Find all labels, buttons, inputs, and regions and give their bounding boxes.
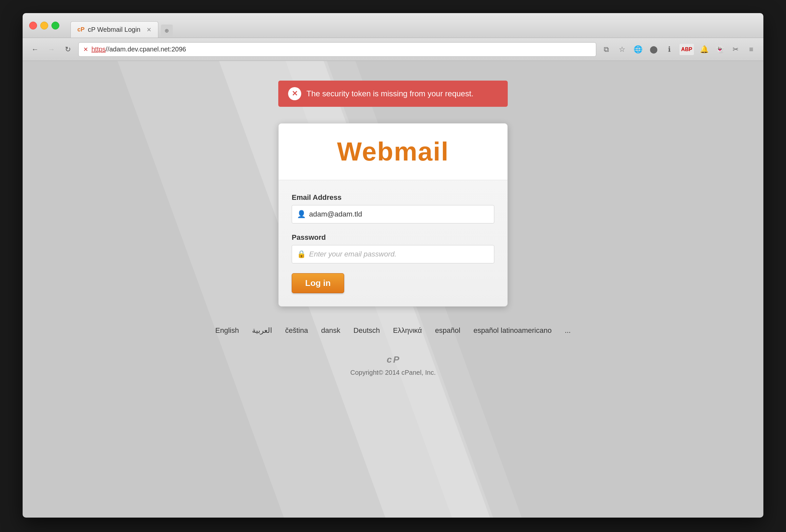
ghost-icon[interactable]: 👻 bbox=[714, 44, 725, 55]
cp-letter-c: c bbox=[387, 355, 392, 365]
close-button[interactable] bbox=[29, 22, 37, 29]
address-bar[interactable]: ✕ https//adam.dev.cpanel.net:2096 bbox=[78, 42, 596, 57]
lang-arabic[interactable]: العربية bbox=[252, 326, 272, 335]
footer: c P Copyright© 2014 cPanel, Inc. bbox=[350, 355, 436, 377]
password-label: Password bbox=[292, 233, 494, 242]
lang-english[interactable]: English bbox=[215, 326, 239, 335]
nav-bar: ← → ↻ ✕ https//adam.dev.cpanel.net:2096 … bbox=[23, 38, 763, 61]
email-input-wrapper: 👤 bbox=[292, 205, 494, 223]
copyright-text: Copyright© 2014 cPanel, Inc. bbox=[350, 369, 436, 377]
content-wrapper: ✕ The security token is missing from you… bbox=[23, 61, 763, 377]
card-body: Email Address 👤 Password 🔒 Log in bbox=[279, 180, 507, 306]
lang-czech[interactable]: čeština bbox=[285, 326, 308, 335]
lang-spanish-latin[interactable]: español latinoamericano bbox=[473, 326, 552, 335]
login-card: Webmail Email Address 👤 Password 🔒 bbox=[278, 123, 508, 307]
back-button[interactable]: ← bbox=[29, 44, 41, 55]
lock-icon: ✕ bbox=[83, 46, 88, 53]
password-input-wrapper: 🔒 bbox=[292, 245, 494, 263]
lang-more[interactable]: ... bbox=[565, 326, 571, 335]
title-bar: cP cP Webmail Login ✕ ⊕ bbox=[23, 13, 763, 38]
login-button[interactable]: Log in bbox=[292, 273, 344, 293]
page-content: ✕ The security token is missing from you… bbox=[23, 61, 763, 517]
translate-icon[interactable]: 🌐 bbox=[632, 44, 643, 55]
cp-letter-p: P bbox=[393, 355, 399, 365]
notification-icon[interactable]: 🔔 bbox=[698, 44, 710, 55]
email-input[interactable] bbox=[292, 205, 494, 223]
maximize-button[interactable] bbox=[51, 22, 59, 29]
error-message: The security token is missing from your … bbox=[306, 89, 473, 98]
error-banner: ✕ The security token is missing from you… bbox=[278, 80, 508, 107]
minimize-button[interactable] bbox=[40, 22, 48, 29]
lang-spanish[interactable]: español bbox=[435, 326, 460, 335]
lang-greek[interactable]: Ελληνικά bbox=[393, 326, 422, 335]
info-icon[interactable]: ℹ bbox=[664, 44, 675, 55]
abp-icon[interactable]: ABP bbox=[679, 44, 694, 55]
tab-title: cP Webmail Login bbox=[88, 26, 140, 33]
webmail-title: Webmail bbox=[292, 137, 494, 167]
browser-window: cP cP Webmail Login ✕ ⊕ ← → ↻ ✕ https//a… bbox=[23, 13, 763, 517]
cpanel-logo: c P bbox=[387, 355, 399, 365]
card-header: Webmail bbox=[279, 123, 507, 180]
extra-icon[interactable]: ✂ bbox=[730, 44, 741, 55]
lock-field-icon: 🔒 bbox=[297, 250, 306, 259]
screenshot-icon[interactable]: ⧉ bbox=[601, 44, 612, 55]
email-group: Email Address 👤 bbox=[292, 193, 494, 223]
browser-icons: ⧉ ☆ 🌐 ⬤ ℹ ABP 🔔 👻 ✂ ≡ bbox=[601, 44, 757, 55]
tab-favicon: cP bbox=[77, 26, 85, 33]
menu-icon[interactable]: ≡ bbox=[746, 44, 757, 55]
lang-danish[interactable]: dansk bbox=[321, 326, 341, 335]
lang-german[interactable]: Deutsch bbox=[353, 326, 380, 335]
tab-bar: cP cP Webmail Login ✕ ⊕ bbox=[70, 13, 757, 38]
new-tab-button[interactable]: ⊕ bbox=[161, 25, 173, 37]
email-label: Email Address bbox=[292, 193, 494, 202]
tab-close-icon[interactable]: ✕ bbox=[146, 26, 152, 33]
refresh-button[interactable]: ↻ bbox=[62, 44, 74, 55]
active-tab[interactable]: cP cP Webmail Login ✕ bbox=[70, 21, 158, 38]
user-icon: 👤 bbox=[297, 210, 306, 218]
forward-button[interactable]: → bbox=[46, 44, 57, 55]
bookmark-icon[interactable]: ☆ bbox=[617, 44, 628, 55]
password-group: Password 🔒 bbox=[292, 233, 494, 263]
language-bar: English العربية čeština dansk Deutsch Ελ… bbox=[215, 326, 571, 335]
traffic-lights bbox=[29, 22, 59, 29]
url-rest: //adam.dev.cpanel.net:2096 bbox=[106, 46, 186, 53]
error-icon: ✕ bbox=[288, 87, 301, 100]
url-protocol: https bbox=[91, 46, 106, 53]
url-display: https//adam.dev.cpanel.net:2096 bbox=[91, 46, 186, 53]
multicolored-icon[interactable]: ⬤ bbox=[648, 44, 659, 55]
password-input[interactable] bbox=[292, 245, 494, 263]
